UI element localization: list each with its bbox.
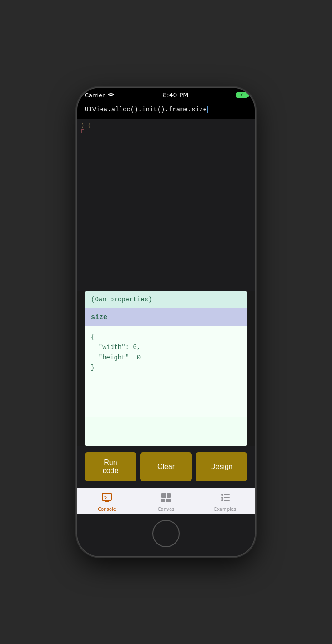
run-code-button[interactable]: Run code <box>85 452 136 481</box>
status-right: ⚡ <box>236 92 247 98</box>
design-button[interactable]: Design <box>196 452 247 481</box>
svg-point-11 <box>221 499 223 501</box>
carrier-label: Carrier <box>85 92 105 99</box>
bg-code-line-1: ) { <box>81 122 91 129</box>
output-selected-row[interactable]: size <box>85 308 247 326</box>
tab-examples[interactable]: Examples <box>196 492 255 512</box>
examples-tab-label: Examples <box>214 507 236 512</box>
svg-rect-5 <box>161 499 165 502</box>
home-indicator-area <box>77 514 255 556</box>
home-button[interactable] <box>152 520 180 547</box>
code-input-text: UIView.alloc().init().frame.size <box>85 106 207 113</box>
output-header: (Own properties) <box>85 291 247 308</box>
examples-icon <box>219 492 231 505</box>
canvas-tab-label: Canvas <box>158 507 175 512</box>
output-code-line-1: { <box>91 332 241 342</box>
wifi-icon <box>107 92 115 99</box>
bolt-icon: ⚡ <box>241 93 243 97</box>
status-time: 8:40 PM <box>163 91 188 99</box>
tab-bar: Console Canvas <box>77 488 255 514</box>
svg-point-7 <box>221 494 223 496</box>
cursor <box>207 106 208 113</box>
canvas-icon <box>160 492 172 505</box>
dark-code-background: ) { E <box>77 119 255 291</box>
svg-rect-3 <box>161 493 166 498</box>
code-input-area[interactable]: UIView.alloc().init().frame.size <box>77 101 255 119</box>
background-code: ) { E <box>77 119 95 139</box>
svg-point-9 <box>221 497 223 499</box>
svg-rect-4 <box>167 493 171 498</box>
output-panel: (Own properties) size { "width": 0, "hei… <box>85 291 247 446</box>
carrier-info: Carrier <box>85 92 115 99</box>
output-body: { "width": 0, "height": 0 } <box>85 326 247 417</box>
tab-canvas[interactable]: Canvas <box>136 492 196 512</box>
battery-icon: ⚡ <box>236 92 247 98</box>
console-tab-label: Console <box>98 507 116 512</box>
svg-rect-1 <box>102 493 111 500</box>
output-code-line-4: } <box>91 363 241 373</box>
output-code-line-2: "width": 0, <box>91 342 241 352</box>
svg-point-0 <box>111 96 112 97</box>
tab-console[interactable]: Console <box>77 492 136 512</box>
phone-device: Carrier 8:40 PM ⚡ UIView.alloc().in <box>77 88 255 556</box>
action-buttons-bar: Run code Clear Design <box>77 446 255 488</box>
bg-code-line-2: E <box>81 129 91 135</box>
output-selected-text: size <box>91 314 107 321</box>
status-bar: Carrier 8:40 PM ⚡ <box>77 88 255 101</box>
svg-rect-6 <box>166 499 171 502</box>
output-code-line-3: "height": 0 <box>91 353 241 363</box>
clear-button[interactable]: Clear <box>140 452 192 481</box>
code-input-line: UIView.alloc().init().frame.size <box>85 106 247 113</box>
console-icon <box>101 492 113 505</box>
